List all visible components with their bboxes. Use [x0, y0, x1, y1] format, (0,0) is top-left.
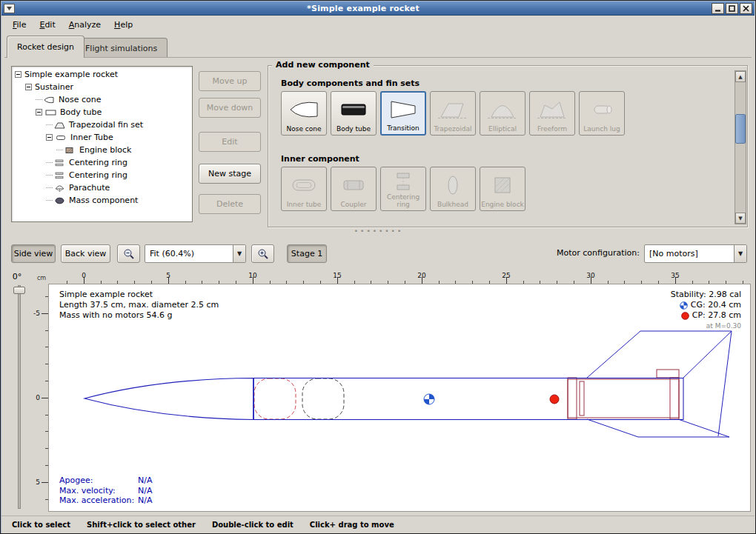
rocket-canvas[interactable]: Simple example rocket Length 37.5 cm, ma… [48, 284, 751, 512]
fin-lower[interactable] [587, 419, 729, 437]
minimize-button[interactable] [712, 3, 724, 14]
apogee-value: N/A [138, 475, 152, 486]
side-view-button[interactable]: Side view [11, 244, 56, 263]
fin-upper[interactable] [587, 331, 732, 378]
body-tube-outline[interactable] [253, 378, 683, 420]
add-freeform-fin-button[interactable]: Freeform [529, 91, 575, 136]
edit-button[interactable]: Edit [199, 132, 261, 152]
maximize-button[interactable] [726, 3, 738, 14]
stage-1-toggle[interactable]: Stage 1 [287, 244, 327, 263]
add-transition-button[interactable]: Transition [380, 91, 426, 136]
scroll-up-icon[interactable]: ▲ [735, 71, 746, 82]
titlebar[interactable]: *Simple example rocket [1, 1, 755, 16]
menubar: File Edit Analyze Help [1, 16, 755, 33]
window-menu-icon[interactable] [4, 4, 15, 13]
mass-component-outline[interactable] [302, 378, 344, 419]
coupler-icon [332, 170, 375, 201]
component-tree[interactable]: Simple example rocket Sustainer Nose con… [11, 66, 193, 222]
tree-item-fin-set[interactable]: Trapezoidal fin set [12, 119, 192, 131]
menu-edit[interactable]: Edit [33, 17, 62, 33]
chevron-down-icon[interactable]: ▼ [734, 245, 746, 262]
window-title: *Simple example rocket [15, 4, 712, 13]
cg-marker[interactable] [424, 394, 434, 404]
scroll-down-icon[interactable]: ▼ [735, 213, 746, 224]
add-launch-lug-button[interactable]: Launch lug [579, 91, 625, 136]
move-up-button[interactable]: Move up [199, 71, 261, 91]
new-stage-button[interactable]: New stage [199, 164, 261, 184]
vertical-ruler: -5 0 5 [35, 284, 48, 512]
add-elliptical-fin-button[interactable]: Elliptical [480, 91, 525, 136]
mass-component-icon [54, 196, 66, 204]
parachute-outline[interactable] [254, 378, 296, 419]
collapse-icon[interactable] [15, 71, 21, 78]
rotation-slider-handle[interactable] [13, 287, 25, 294]
apogee-label: Apogee: [59, 475, 138, 486]
fin-set-icon [54, 121, 66, 129]
centering-ring-icon [382, 170, 425, 193]
tree-item-centering-ring-1[interactable]: Centering ring [12, 156, 192, 169]
menu-analyze[interactable]: Analyze [62, 17, 107, 33]
add-component-title: Add new component [272, 60, 374, 70]
add-coupler-button[interactable]: Coupler [331, 167, 377, 211]
tab-separator [4, 57, 752, 58]
centering-ring-aft [670, 378, 679, 419]
menu-help[interactable]: Help [107, 17, 139, 33]
tree-connector [46, 200, 53, 201]
zoom-in-button[interactable] [251, 244, 274, 263]
palette-scrollbar[interactable]: ▲ ▼ [735, 70, 746, 224]
max-acceleration-label: Max. acceleration: [59, 495, 138, 506]
add-inner-tube-button[interactable]: Inner tube [281, 167, 327, 211]
back-view-button[interactable]: Back view [61, 244, 110, 263]
delete-button[interactable]: Delete [199, 194, 261, 214]
add-centering-ring-button[interactable]: Centering ring [380, 167, 426, 211]
tree-item-parachute[interactable]: Parachute [12, 181, 192, 194]
scrollbar-thumb[interactable] [735, 114, 746, 144]
splitter-handle[interactable]: •••••••• [327, 227, 431, 235]
palette-button-label: Inner tube [287, 201, 322, 208]
tree-item-sustainer[interactable]: Sustainer [12, 81, 192, 93]
minimize-icon [714, 5, 721, 12]
palette-button-label: Transition [387, 124, 420, 132]
rotation-slider-track[interactable] [18, 285, 21, 509]
move-down-button[interactable]: Move down [199, 98, 261, 118]
rocket-name: Simple example rocket [59, 290, 219, 300]
tree-item-mass-component[interactable]: Mass component [12, 194, 192, 207]
chevron-down-icon[interactable]: ▼ [233, 245, 245, 262]
cp-marker[interactable] [550, 395, 559, 404]
motor-configuration-select[interactable]: [No motors] ▼ [644, 244, 747, 263]
hint-click-drag: Click+ drag to move [310, 521, 394, 529]
motor-mount-group[interactable] [568, 370, 679, 419]
tree-item-centering-ring-2[interactable]: Centering ring [12, 169, 192, 181]
zoom-out-icon [123, 248, 135, 260]
nose-cone-outline[interactable] [84, 378, 253, 420]
palette-button-label: Bulkhead [437, 201, 468, 208]
close-button[interactable] [740, 3, 752, 14]
add-trapezoidal-fin-button[interactable]: Trapezoidal [430, 91, 476, 136]
tree-item-nose-cone[interactable]: Nose cone [12, 93, 192, 106]
menu-file[interactable]: File [6, 17, 33, 33]
collapse-icon[interactable] [36, 109, 42, 116]
ruler-label: 10 [248, 272, 256, 279]
tab-rocket-design[interactable]: Rocket design [7, 36, 84, 58]
bulkhead-icon [431, 170, 474, 201]
zoom-out-button[interactable] [117, 244, 140, 263]
flight-data-block: Apogee: N/A Max. velocity: N/A Max. acce… [59, 475, 152, 506]
tree-item-label: Engine block [79, 145, 131, 155]
tree-connector [46, 175, 53, 176]
tree-item-engine-block[interactable]: Engine block [12, 144, 192, 156]
zoom-select[interactable]: Fit (60.4%) ▼ [145, 244, 246, 263]
tree-item-rocket[interactable]: Simple example rocket [12, 68, 192, 81]
collapse-icon[interactable] [25, 84, 32, 90]
cp-value: CP: 27.8 cm [692, 310, 741, 321]
add-bulkhead-button[interactable]: Bulkhead [430, 167, 476, 211]
tree-item-inner-tube[interactable]: Inner Tube [12, 131, 192, 144]
add-body-tube-button[interactable]: Body tube [331, 91, 377, 136]
body-tube-icon [332, 94, 375, 125]
collapse-icon[interactable] [46, 134, 53, 141]
add-engine-block-button[interactable]: Engine block [480, 167, 525, 211]
tree-item-body-tube[interactable]: Body tube [12, 106, 192, 119]
ruler-label: 35 [671, 272, 679, 279]
tree-item-label: Trapezoidal fin set [69, 120, 143, 130]
tab-flight-simulations[interactable]: Flight simulations [75, 38, 168, 58]
add-nose-cone-button[interactable]: Nose cone [281, 91, 327, 136]
